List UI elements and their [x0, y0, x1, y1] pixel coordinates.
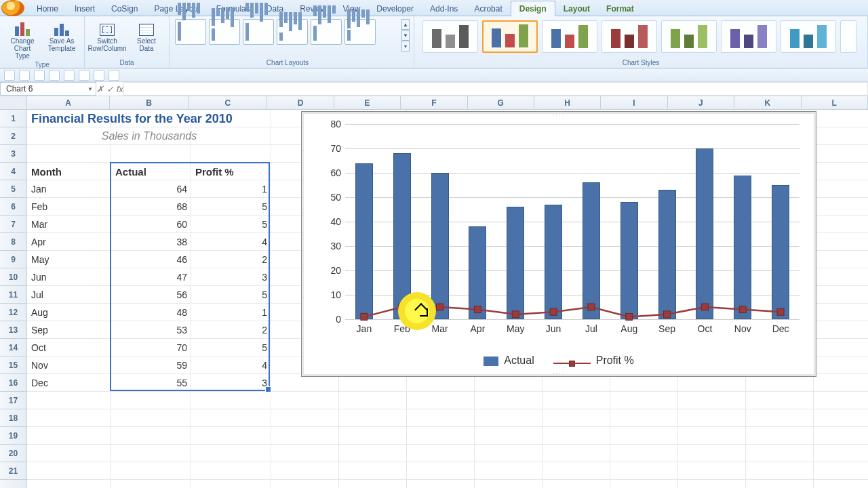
row-header[interactable]: 8	[0, 233, 26, 251]
tab-design[interactable]: Design	[511, 1, 555, 16]
cell[interactable]: Mar	[27, 216, 111, 233]
col-header[interactable]: J	[668, 96, 734, 109]
row-headers[interactable]: 123456789101112131415161718192021	[0, 110, 27, 488]
fx-button[interactable]: ✗ ✓ fx	[96, 82, 123, 96]
cell[interactable]: Sales in Thousands	[27, 127, 271, 145]
row-header[interactable]: 19	[0, 427, 26, 445]
layouts-spin[interactable]: ▼	[401, 30, 410, 41]
qat-save-icon[interactable]	[4, 70, 15, 81]
col-header[interactable]: K	[734, 96, 801, 109]
chart-style-thumb[interactable]	[542, 20, 597, 53]
chart-legend[interactable]: ActualProfit %	[302, 354, 816, 367]
cell[interactable]: Sep	[27, 321, 111, 339]
col-header[interactable]: E	[334, 96, 401, 109]
cell[interactable]: 70	[111, 339, 191, 357]
qat-redo-icon[interactable]	[34, 70, 45, 81]
col-header[interactable]: F	[401, 96, 467, 109]
cell[interactable]: 2	[191, 251, 271, 268]
cell[interactable]: 1	[191, 304, 271, 321]
cell[interactable]: Feb	[27, 198, 111, 216]
row-header[interactable]: 12	[0, 304, 26, 321]
cell[interactable]: 47	[111, 268, 191, 286]
row-header[interactable]: 3	[0, 145, 26, 163]
cell[interactable]: 5	[191, 286, 271, 304]
chart-layout-thumb[interactable]	[209, 19, 240, 45]
row-header[interactable]: 10	[0, 268, 26, 286]
tab-cosign[interactable]: CoSign	[103, 1, 146, 16]
chart-layout-thumb[interactable]	[277, 19, 308, 45]
cell[interactable]: 5	[191, 198, 271, 216]
cell[interactable]: Financial Results for the Year 2010	[27, 110, 271, 127]
chart-style-thumb[interactable]	[721, 20, 776, 53]
cell[interactable]: 53	[111, 321, 191, 339]
cell[interactable]: Apr	[27, 233, 111, 251]
cell[interactable]: 64	[111, 180, 191, 198]
chart-layout-thumb[interactable]	[311, 19, 342, 45]
worksheet[interactable]: ABCDEFGHIJKL 123456789101112131415161718…	[0, 96, 868, 488]
switch-row-column-button[interactable]: Switch Row/Column	[89, 18, 125, 53]
row-header[interactable]: 9	[0, 251, 26, 268]
cell[interactable]: May	[27, 251, 111, 268]
select-data-button[interactable]: Select Data	[128, 18, 165, 53]
row-header[interactable]: 6	[0, 198, 26, 216]
row-header[interactable]: 17	[0, 392, 26, 409]
tab-add-ins[interactable]: Add-Ins	[422, 1, 466, 16]
change-chart-type-button[interactable]: Change Chart Type	[4, 18, 41, 60]
cell[interactable]: 3	[191, 268, 271, 286]
cell[interactable]: 38	[111, 233, 191, 251]
col-header[interactable]: G	[468, 96, 534, 109]
qat-preview-icon[interactable]	[64, 70, 75, 81]
chart-style-thumb[interactable]	[781, 20, 836, 53]
cell[interactable]: 2	[191, 321, 271, 339]
chart-line-series[interactable]	[345, 124, 800, 319]
cell[interactable]: Jul	[27, 286, 111, 304]
cell[interactable]: 68	[111, 198, 191, 216]
qat-filter-icon[interactable]	[94, 70, 104, 81]
legend-entry-actual[interactable]: Actual	[484, 354, 534, 367]
col-header[interactable]: D	[267, 96, 334, 109]
row-header[interactable]: 21	[0, 462, 26, 480]
cell[interactable]: Actual	[111, 163, 191, 180]
tab-home[interactable]: Home	[28, 1, 66, 16]
select-all-corner[interactable]	[0, 96, 27, 110]
save-as-template-button[interactable]: Save As Template	[43, 18, 80, 53]
col-header[interactable]: I	[601, 96, 667, 109]
qat-undo-icon[interactable]	[19, 70, 30, 81]
row-header[interactable]: 20	[0, 445, 26, 462]
tab-layout[interactable]: Layout	[555, 1, 598, 16]
qat-print-icon[interactable]	[49, 70, 60, 81]
row-header[interactable]: 7	[0, 216, 26, 233]
row-header[interactable]: 16	[0, 374, 26, 392]
chart-style-thumb[interactable]	[840, 20, 856, 53]
cell[interactable]: Jan	[27, 180, 111, 198]
chart-layout-thumb[interactable]	[344, 19, 376, 45]
row-header[interactable]: 2	[0, 127, 26, 145]
row-header[interactable]: 4	[0, 163, 26, 180]
row-header[interactable]: 5	[0, 180, 26, 198]
cell[interactable]: Aug	[27, 304, 111, 321]
chart-layout-thumb[interactable]	[243, 19, 274, 45]
cell[interactable]: Jun	[27, 268, 111, 286]
embedded-chart[interactable]: 01020304050607080JanFebMarAprMayJunJulAu…	[301, 111, 816, 377]
cell[interactable]: 59	[111, 357, 191, 374]
cell[interactable]: Nov	[27, 357, 111, 374]
qat-more-icon[interactable]	[108, 70, 119, 81]
layouts-spin[interactable]: ▾	[401, 41, 410, 52]
cell[interactable]: Dec	[27, 374, 111, 392]
layouts-spin[interactable]: ▲	[401, 19, 410, 30]
chart-style-thumb[interactable]	[661, 20, 717, 53]
col-header[interactable]: B	[110, 96, 189, 109]
row-header[interactable]: 1	[0, 110, 26, 127]
cell[interactable]: Oct	[27, 339, 111, 357]
cell[interactable]: 55	[111, 374, 191, 392]
cell[interactable]: 5	[191, 339, 271, 357]
legend-entry-profit[interactable]: Profit %	[553, 354, 634, 367]
name-box[interactable]: Chart 6 ▼	[0, 82, 96, 96]
chart-plot-area[interactable]: 01020304050607080JanFebMarAprMayJunJulAu…	[345, 124, 800, 319]
chart-layout-thumb[interactable]	[175, 19, 206, 45]
cell[interactable]: 5	[191, 216, 271, 233]
cell[interactable]: Profit %	[191, 163, 271, 180]
cell[interactable]: 3	[191, 374, 271, 392]
column-headers[interactable]: ABCDEFGHIJKL	[27, 96, 868, 110]
col-header[interactable]: A	[27, 96, 110, 109]
